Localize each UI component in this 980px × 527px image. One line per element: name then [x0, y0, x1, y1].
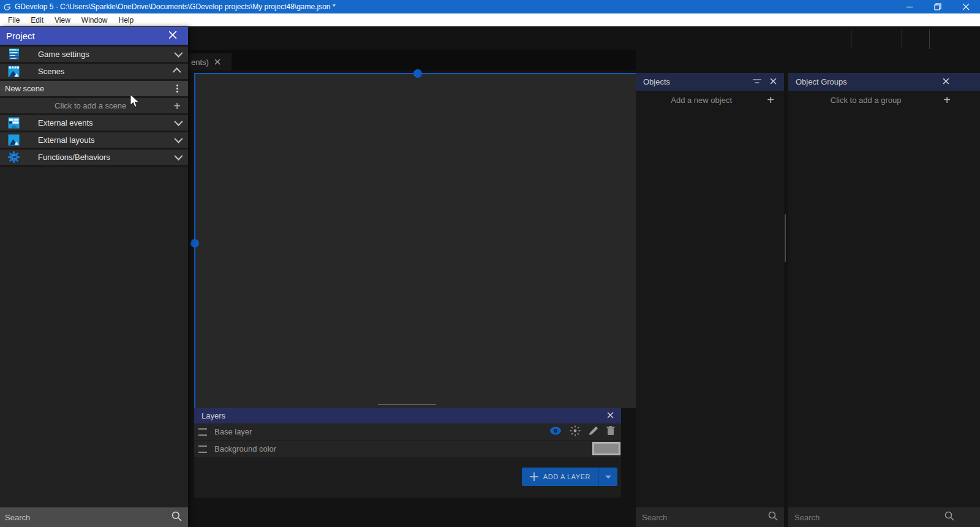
object-groups-panel: Object Groups Click to add a group +: [788, 73, 980, 527]
window-controls: [895, 0, 980, 13]
toolbar-divider: [902, 29, 902, 49]
layer-name: Background color: [214, 444, 276, 453]
editor-tab-bar: ents): [188, 50, 636, 70]
object-groups-search-bar: [788, 507, 980, 527]
menu-help[interactable]: Help: [113, 13, 140, 26]
add-layer-label: ADD A LAYER: [543, 473, 590, 480]
tab-label: ents): [191, 58, 209, 67]
project-item-external-layouts[interactable]: External layouts: [0, 132, 188, 150]
add-layer-dropdown[interactable]: [598, 468, 617, 486]
add-scene-label: Click to add a scene: [7, 101, 173, 110]
objects-panel: Objects Add a new object +: [636, 73, 784, 527]
external-events-icon: [7, 116, 20, 129]
chevron-up-icon[interactable]: [175, 67, 181, 76]
search-icon: [768, 511, 778, 523]
project-panel: Project Game settings: [0, 27, 188, 527]
menu-bar: File Edit View Window Help: [0, 13, 980, 26]
add-layer-main[interactable]: ADD A LAYER: [522, 468, 598, 486]
tab-scene-events[interactable]: ents): [188, 53, 232, 70]
objects-search-bar: [636, 507, 784, 527]
layer-name: Base layer: [214, 427, 252, 436]
chevron-down-icon[interactable]: [175, 50, 181, 59]
add-icon[interactable]: +: [173, 100, 181, 112]
effects-icon[interactable]: [570, 425, 581, 438]
restore-button[interactable]: [924, 0, 952, 13]
selection-handle-top[interactable]: [413, 69, 422, 78]
layer-row-base[interactable]: Base layer: [194, 423, 621, 441]
close-window-button[interactable]: [952, 0, 980, 13]
search-icon: [944, 511, 954, 523]
drag-handle-icon[interactable]: [198, 445, 207, 453]
more-options-icon[interactable]: [176, 85, 181, 93]
layers-resize-handle[interactable]: [378, 404, 436, 405]
window-title: GDevelop 5 - C:\Users\Sparkle\OneDrive\D…: [15, 2, 336, 11]
objects-panel-header: Objects: [636, 73, 784, 91]
menu-file[interactable]: File: [2, 13, 25, 26]
chevron-down-icon: [605, 476, 611, 479]
filter-icon[interactable]: [752, 77, 762, 86]
object-groups-search-input[interactable]: [788, 513, 944, 522]
gdevelop-logo-icon: [3, 3, 11, 11]
layers-panel: Layers Base layer: [194, 408, 621, 498]
gdevelop-window: GDevelop 5 - C:\Users\Sparkle\OneDrive\D…: [0, 0, 980, 527]
objects-close-icon[interactable]: [771, 77, 777, 86]
object-groups-panel-header: Object Groups: [788, 73, 980, 91]
layers-panel-header: Layers: [194, 408, 621, 423]
project-item-label: Game settings: [38, 50, 89, 59]
add-scene-row[interactable]: Click to add a scene +: [0, 98, 188, 115]
panel-resize-handle[interactable]: [785, 214, 786, 262]
add-object-label: Add a new object: [636, 96, 767, 105]
layer-row-background[interactable]: Background color: [194, 441, 621, 458]
visibility-eye-icon[interactable]: [549, 427, 562, 437]
add-object-row[interactable]: Add a new object +: [636, 91, 784, 109]
add-group-label: Click to add a group: [788, 96, 943, 105]
project-panel-title: Project: [6, 31, 35, 41]
project-item-functions-behaviors[interactable]: Functions/Behaviors: [0, 150, 188, 167]
external-layouts-icon: [7, 134, 20, 146]
scene-name: New scene: [5, 84, 44, 93]
minimize-button[interactable]: [895, 0, 924, 13]
toolbar-divider: [851, 29, 851, 49]
scenes-icon: [7, 65, 20, 78]
chevron-down-icon[interactable]: [175, 153, 181, 162]
game-settings-icon: [7, 48, 20, 61]
selection-handle-left[interactable]: [190, 239, 199, 248]
project-item-label: Functions/Behaviors: [38, 153, 110, 162]
menu-edit[interactable]: Edit: [25, 13, 49, 26]
chevron-down-icon[interactable]: [175, 118, 181, 127]
project-search-input[interactable]: [0, 512, 172, 523]
add-icon[interactable]: +: [767, 94, 774, 106]
objects-search-input[interactable]: [636, 513, 768, 522]
project-item-label: External layouts: [38, 135, 95, 145]
project-item-game-settings[interactable]: Game settings: [0, 47, 188, 64]
layers-panel-title: Layers: [202, 411, 225, 420]
tab-close-icon[interactable]: [215, 58, 221, 67]
add-icon[interactable]: +: [943, 94, 951, 106]
project-close-icon[interactable]: [169, 31, 182, 41]
background-color-swatch[interactable]: [592, 442, 620, 455]
menu-window[interactable]: Window: [76, 13, 113, 26]
project-panel-header: Project: [0, 27, 188, 45]
project-item-scenes[interactable]: Scenes: [0, 64, 188, 81]
chevron-down-icon[interactable]: [175, 135, 181, 145]
menu-view[interactable]: View: [49, 13, 76, 26]
scene-item-new-scene[interactable]: New scene: [0, 81, 188, 98]
functions-behaviors-icon: [7, 151, 20, 164]
trash-icon[interactable]: [606, 426, 615, 438]
project-item-external-events[interactable]: External events: [0, 115, 188, 132]
project-search-bar: [0, 507, 188, 527]
layer-actions: [549, 425, 621, 438]
add-group-row[interactable]: Click to add a group +: [788, 91, 980, 109]
project-item-label: External events: [38, 118, 93, 127]
project-item-label: Scenes: [38, 67, 64, 76]
edit-pencil-icon[interactable]: [589, 426, 598, 438]
drag-handle-icon[interactable]: [198, 428, 207, 436]
objects-panel-title: Objects: [643, 77, 670, 86]
add-layer-button[interactable]: ADD A LAYER: [522, 468, 617, 486]
object-groups-panel-title: Object Groups: [796, 77, 847, 86]
object-groups-close-icon[interactable]: [943, 77, 949, 86]
title-bar: GDevelop 5 - C:\Users\Sparkle\OneDrive\D…: [0, 0, 980, 13]
scene-canvas[interactable]: [194, 73, 637, 408]
layers-close-icon[interactable]: [608, 411, 614, 420]
toolbar-divider: [929, 29, 930, 49]
